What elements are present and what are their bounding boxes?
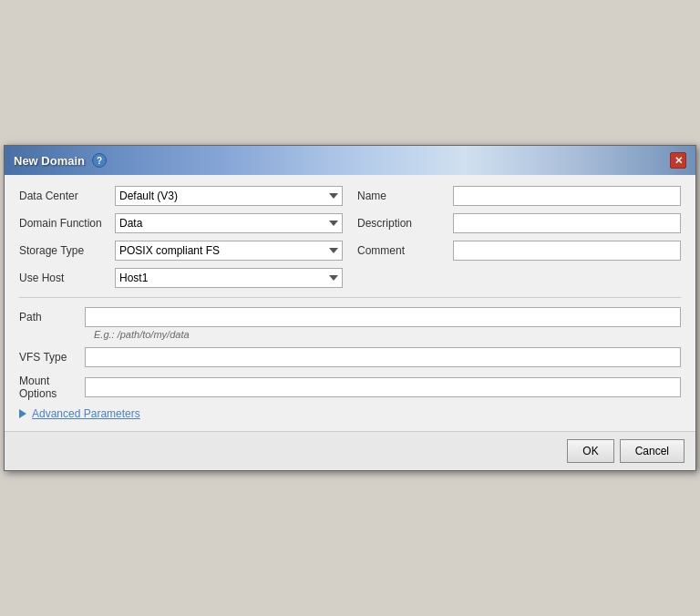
use-host-label: Use Host xyxy=(19,272,115,284)
comment-label: Comment xyxy=(357,244,453,257)
path-row: Path xyxy=(19,307,681,327)
path-label: Path xyxy=(19,311,85,323)
vfs-label: VFS Type xyxy=(19,351,85,364)
cancel-button[interactable]: Cancel xyxy=(620,439,685,463)
title-bar: New Domain ? ✕ xyxy=(5,146,695,175)
domain-function-label: Domain Function xyxy=(19,217,115,230)
storage-type-field: POSIX compliant FS NFS GlusterFS iSCSI F… xyxy=(115,241,343,261)
description-label: Description xyxy=(357,217,453,230)
dialog-footer: OK Cancel xyxy=(5,431,695,470)
mount-label: Mount Options xyxy=(19,375,85,400)
name-row: Name xyxy=(357,186,681,206)
top-form-section: Data Center Default (V3) Local Domain Fu… xyxy=(19,186,681,288)
name-label: Name xyxy=(357,190,453,202)
dialog-title: New Domain xyxy=(14,154,85,168)
data-center-select[interactable]: Default (V3) Local xyxy=(115,186,343,206)
domain-function-field: Data ISO Export xyxy=(115,213,343,233)
description-field xyxy=(453,213,681,233)
data-center-label: Data Center xyxy=(19,190,115,202)
domain-function-select[interactable]: Data ISO Export xyxy=(115,213,343,233)
vfs-input[interactable] xyxy=(85,347,681,367)
left-column: Data Center Default (V3) Local Domain Fu… xyxy=(19,186,343,288)
right-column: Name Description Comment xyxy=(357,186,681,288)
advanced-parameters-row[interactable]: Advanced Parameters xyxy=(19,407,681,420)
mount-options-row: Mount Options xyxy=(19,375,681,400)
divider xyxy=(19,297,681,298)
description-input[interactable] xyxy=(453,213,681,233)
data-center-field: Default (V3) Local xyxy=(115,186,343,206)
description-row: Description xyxy=(357,213,681,233)
path-input[interactable] xyxy=(85,307,681,327)
path-hint: E.g.: /path/to/my/data xyxy=(94,329,681,340)
comment-input[interactable] xyxy=(453,241,681,261)
use-host-row: Use Host Host1 Host2 xyxy=(19,268,343,288)
data-center-row: Data Center Default (V3) Local xyxy=(19,186,343,206)
comment-row: Comment xyxy=(357,241,681,261)
use-host-field: Host1 Host2 xyxy=(115,268,343,288)
close-button[interactable]: ✕ xyxy=(670,152,686,169)
dialog-body: Data Center Default (V3) Local Domain Fu… xyxy=(5,175,695,431)
domain-function-row: Domain Function Data ISO Export xyxy=(19,213,343,233)
title-bar-left: New Domain ? xyxy=(14,153,107,168)
advanced-label[interactable]: Advanced Parameters xyxy=(32,407,140,420)
comment-field xyxy=(453,241,681,261)
mount-input[interactable] xyxy=(85,377,681,397)
ok-button[interactable]: OK xyxy=(567,439,613,463)
name-input[interactable] xyxy=(453,186,681,206)
help-icon[interactable]: ? xyxy=(92,153,107,168)
storage-type-select[interactable]: POSIX compliant FS NFS GlusterFS iSCSI F… xyxy=(115,241,343,261)
vfs-type-row: VFS Type xyxy=(19,347,681,367)
storage-type-row: Storage Type POSIX compliant FS NFS Glus… xyxy=(19,241,343,261)
triangle-icon xyxy=(19,409,26,418)
path-section: Path E.g.: /path/to/my/data VFS Type Mou… xyxy=(19,307,681,420)
storage-type-label: Storage Type xyxy=(19,244,115,257)
new-domain-dialog: New Domain ? ✕ Data Center Default (V3) … xyxy=(4,145,696,471)
name-field xyxy=(453,186,681,206)
use-host-select[interactable]: Host1 Host2 xyxy=(115,268,343,288)
